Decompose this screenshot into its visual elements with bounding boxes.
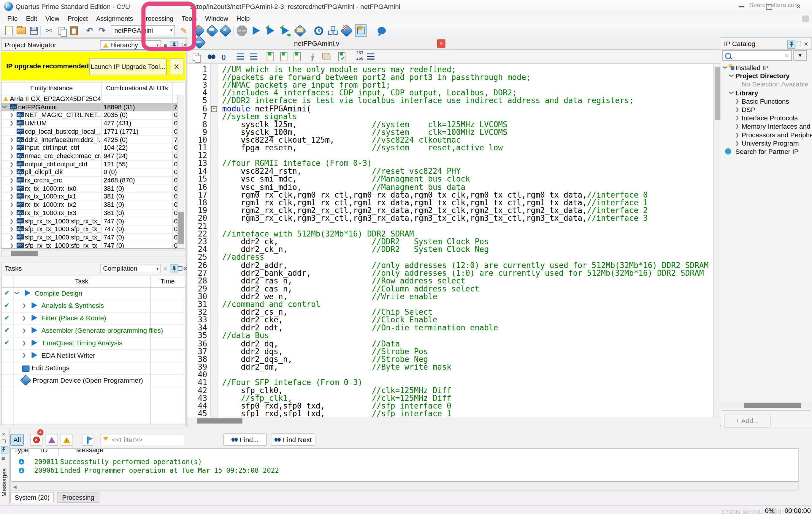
- toggle-bookmark-button[interactable]: [265, 51, 276, 62]
- chevron-closed-icon[interactable]: ❯: [10, 185, 13, 190]
- scrollbar-thumb[interactable]: [197, 418, 242, 423]
- assembler-button[interactable]: [294, 25, 306, 36]
- float-panel-icon[interactable]: ❐: [178, 265, 183, 272]
- chevron-closed-icon[interactable]: ❯: [10, 112, 13, 117]
- float-panel-icon[interactable]: ❐: [796, 41, 802, 47]
- float-panel-icon[interactable]: ❐: [1, 439, 6, 444]
- filter-critical-warnings-button[interactable]: [46, 434, 58, 446]
- tab-processing[interactable]: Processing: [57, 492, 99, 503]
- hierarchy-row-rx-tx-1000-rx-tx3[interactable]: ❯abcrx_tx_1000:rx_tx3381 (0)0: [1, 209, 177, 217]
- chevron-open-icon[interactable]: ❯: [729, 91, 734, 94]
- pin-icon[interactable]: [170, 265, 178, 273]
- scroll-left-arrow-icon[interactable]: ◀: [13, 484, 17, 489]
- chevron-closed-icon[interactable]: ❯: [10, 153, 13, 158]
- ip-catalog-row-installed-ip[interactable]: ❯Installed IP: [721, 63, 812, 72]
- next-bookmark-button[interactable]: [279, 51, 289, 62]
- task-row-program-device-open-programmer[interactable]: Program Device (Open Programmer): [1, 374, 185, 387]
- assignment-editor-button[interactable]: ✎: [178, 25, 190, 36]
- chevron-closed-icon[interactable]: ❯: [10, 210, 13, 215]
- hierarchy-row-input-ctrl-input-ctrl[interactable]: ❯abcinput_ctrl:input_ctrl104 (22)0: [1, 144, 177, 153]
- hierarchy-row-netfpgamini[interactable]: ❯abcnetFPGAmini18898 (31)7: [1, 103, 177, 112]
- message-filter-input[interactable]: <<Filter>>: [100, 434, 184, 445]
- ip-search-options-button[interactable]: ▼: [793, 50, 807, 61]
- tasks-view-combo[interactable]: Compilation ▾: [100, 264, 161, 273]
- tab-close-icon[interactable]: ✕: [437, 39, 445, 48]
- message-row-209011[interactable]: i209011Successfully performed operation(…: [11, 457, 798, 466]
- templates-button[interactable]: [321, 51, 331, 62]
- ip-search-input[interactable]: ✕: [722, 50, 792, 61]
- programmer-button[interactable]: [341, 25, 352, 36]
- ip-catalog-scrollbar[interactable]: [721, 402, 812, 409]
- run-task-play-icon[interactable]: [31, 315, 37, 321]
- redo-button[interactable]: ↷: [96, 25, 108, 36]
- task-row-analysis-synthesis[interactable]: ✔❯Analysis & Synthesis: [1, 300, 185, 313]
- editor-vertical-scrollbar[interactable]: [713, 64, 722, 417]
- hierarchy-row-output-ctrl-output-ctrl[interactable]: ❯abcoutput_ctrl:output_ctrl121 (55)0: [1, 160, 177, 168]
- save-replace-button[interactable]: [191, 51, 201, 62]
- current-entity-combo[interactable]: netFPGAmini ▾: [111, 26, 175, 35]
- messages-table[interactable]: Type ID Message i209011Successfully perf…: [10, 448, 799, 482]
- column-time[interactable]: Time: [150, 278, 185, 285]
- tasks-table[interactable]: Task Time ✔❯Compile Design✔❯Analysis & S…: [1, 276, 185, 425]
- chevron-closed-icon[interactable]: ❯: [735, 107, 739, 112]
- run-task-play-icon[interactable]: [31, 352, 37, 358]
- clear-search-icon[interactable]: ✕: [784, 52, 789, 59]
- chevron-closed-icon[interactable]: ❯: [22, 303, 26, 308]
- run-task-play-icon[interactable]: [25, 290, 31, 296]
- hierarchy-row-nmac-crc-check-nmac-cr[interactable]: ❯abcnmac_crc_check:nmac_cr...947 (24)0: [1, 152, 177, 160]
- hierarchy-row-sfp-rx-tx-1000-sfp-rx-tx[interactable]: ❯abcsfp_rx_tx_1000:sfp_rx_tx_7747 (0)0: [1, 241, 177, 249]
- chevron-closed-icon[interactable]: ❯: [10, 145, 13, 150]
- chevron-closed-icon[interactable]: ❯: [10, 218, 13, 223]
- float-panel-icon[interactable]: ❐: [178, 42, 183, 48]
- ip-catalog-row-memory-interfaces-and-c[interactable]: ❯Memory Interfaces and C: [721, 122, 812, 130]
- ip-catalog-row-interface-protocols[interactable]: ❯Interface Protocols: [721, 113, 812, 122]
- menu-item-processing[interactable]: Processing: [137, 14, 177, 23]
- hierarchy-row-rx-tx-1000-rx-tx2[interactable]: ❯abcrx_tx_1000:rx_tx2381 (0)0: [1, 200, 177, 209]
- panel-menu-icon[interactable]: ≡: [164, 42, 167, 48]
- message-row-209061[interactable]: i209061Ended Programmer operation at Tue…: [11, 466, 798, 475]
- close-panel-icon[interactable]: ✕: [183, 265, 187, 272]
- scrollbar-thumb[interactable]: [178, 212, 184, 244]
- hierarchy-row-net-magic-ctrl-net[interactable]: ❯abcNET_MAGIC_CTRL:NET...2035 (0)0: [1, 111, 177, 120]
- task-row-timequest-timing-analysis[interactable]: ✔❯TimeQuest Timing Analysis: [1, 337, 185, 350]
- device-settings-button[interactable]: [206, 25, 217, 36]
- menu-item-project[interactable]: Project: [63, 14, 92, 23]
- timequest-button[interactable]: [313, 25, 324, 36]
- prev-bookmark-button[interactable]: [292, 51, 302, 62]
- menu-item-view[interactable]: View: [41, 14, 63, 23]
- hierarchy-vertical-scrollbar[interactable]: [177, 95, 184, 248]
- chevron-closed-icon[interactable]: ❯: [10, 242, 13, 247]
- menu-item-window[interactable]: Window: [201, 14, 232, 23]
- title-bar[interactable]: Quartus Prime Standard Edition - C:/U sk…: [0, 0, 812, 13]
- menu-item-file[interactable]: File: [3, 14, 22, 23]
- column-type[interactable]: Type: [14, 448, 28, 453]
- column-task[interactable]: Task: [13, 278, 150, 285]
- task-row-edit-settings[interactable]: Edit Settings: [1, 362, 185, 375]
- chevron-closed-icon[interactable]: ❯: [735, 115, 739, 120]
- hierarchy-row-pll-clk-pll-clk[interactable]: ❯abcpll_clk:pll_clk0 (0)0: [1, 168, 177, 177]
- hierarchy-tree[interactable]: Entity:Instance Combinational ALUTs Arri…: [1, 82, 185, 249]
- task-row-compile-design[interactable]: ✔❯Compile Design: [1, 287, 185, 300]
- task-row-eda-netlist-writer[interactable]: ❯EDA Netlist Writer: [1, 349, 185, 362]
- start-compilation-button[interactable]: [251, 25, 262, 36]
- tab-netfpgamini-v[interactable]: abc netFPGAmini.v ✕: [187, 37, 446, 50]
- column-combinational-aluts[interactable]: Combinational ALUTs: [102, 84, 172, 91]
- cut-button[interactable]: ✂: [44, 25, 55, 36]
- find-button[interactable]: Find...: [223, 433, 267, 446]
- pin-icon[interactable]: [170, 41, 178, 50]
- chevron-closed-icon[interactable]: ❯: [22, 315, 26, 320]
- panel-menu-icon[interactable]: ≡: [164, 265, 167, 272]
- chevron-closed-icon[interactable]: ❯: [10, 202, 13, 207]
- hierarchy-row-rx-crc-rx-crc[interactable]: ❯abcrx_crc:rx_crc2468 (870)0: [1, 176, 177, 185]
- chevron-closed-icon[interactable]: ❯: [10, 178, 13, 183]
- chevron-closed-icon[interactable]: ❯: [22, 340, 26, 345]
- pin-icon[interactable]: [1, 446, 8, 454]
- chevron-closed-icon[interactable]: ❯: [10, 235, 13, 240]
- filter-warnings-button[interactable]: [61, 434, 73, 446]
- pin-planner-button[interactable]: ✎: [193, 25, 204, 36]
- menu-item-help[interactable]: Help: [232, 14, 254, 23]
- hierarchy-row-sfp-rx-tx-1000-sfp-rx-tx[interactable]: ❯abcsfp_rx_tx_1000:sfp_rx_tx_4747 (0)0: [1, 217, 177, 225]
- fold-marker-icon[interactable]: −: [211, 106, 217, 112]
- save-button[interactable]: [28, 25, 39, 36]
- banner-close-button[interactable]: X: [170, 58, 183, 75]
